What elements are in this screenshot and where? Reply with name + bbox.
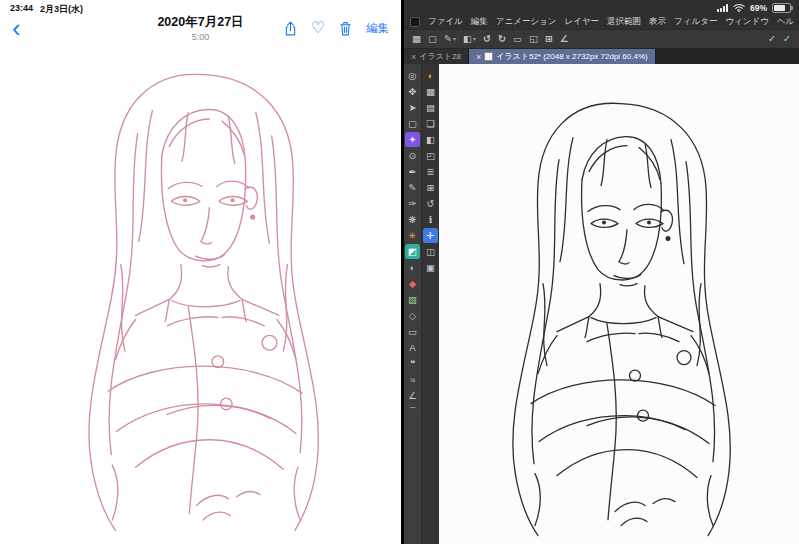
menu-item[interactable]: 編集 (471, 16, 488, 28)
csp-command-bar: ▦▢✎◧↺↻▭◱⊞∠✓✓ (404, 29, 799, 49)
csp-document-tabs: × イラスト28 × イラスト52* (2048 x 2732px 72dpi … (404, 49, 799, 64)
tool-palette: ◎✥➤▢✦⊙✒✎✑❋✳◩◐◆▨◇▭A❝≈∠⌒ (404, 64, 421, 544)
photo-time-subtitle: 5:00 (157, 32, 243, 42)
csp-app-icon[interactable] (410, 17, 420, 27)
canvas-sketch (439, 64, 799, 544)
photo-date-title: 2020年7月27日 (157, 14, 243, 31)
eyedropper-tool[interactable]: ⊙ (405, 148, 420, 163)
command-glyph: ▢ (428, 34, 437, 44)
command-glyph: ▭ (513, 34, 522, 44)
gradient-tool[interactable]: ▨ (405, 292, 420, 307)
command-glyph: ✓ (768, 34, 776, 44)
quick-access-panel[interactable]: ▣ (423, 260, 438, 275)
layer-panel[interactable]: ❏ (423, 116, 438, 131)
pen-tool[interactable]: ✒ (405, 164, 420, 179)
transform-icon[interactable]: ▢ (428, 34, 437, 44)
zoom-tool[interactable]: ◎ (405, 68, 420, 83)
undo-icon[interactable]: ↺ (483, 34, 491, 44)
command-glyph: ↺ (483, 34, 491, 44)
command-glyph: ⊞ (545, 34, 553, 44)
menu-item[interactable]: フィルター (674, 16, 717, 28)
command-glyph: ∠ (560, 34, 569, 44)
apply-icon[interactable]: ✓ (783, 34, 791, 44)
confirm-icon[interactable]: ✓ (768, 34, 776, 44)
status-bar-right: 69% (404, 0, 799, 14)
command-glyph: ▦ (412, 34, 421, 44)
menu-item[interactable]: レイヤー (565, 16, 600, 28)
tab-label: イラスト28 (419, 51, 461, 62)
auto-select-tool[interactable]: ✦ (405, 132, 420, 147)
share-icon[interactable] (283, 20, 298, 37)
document-tab[interactable]: × イラスト28 (404, 49, 469, 64)
redo-icon[interactable]: ↻ (498, 34, 506, 44)
pencil-tool[interactable]: ✎ (405, 180, 420, 195)
menu-item[interactable]: ウィンドウ (725, 16, 769, 28)
command-glyph: ◱ (529, 34, 538, 44)
canvas[interactable] (439, 64, 799, 544)
frame-border-tool[interactable]: ▭ (405, 324, 420, 339)
cellular-signal-icon (717, 4, 728, 12)
deselect-icon[interactable]: ▭ (513, 34, 522, 44)
line-correction-tool[interactable]: ≈ (405, 372, 420, 387)
command-glyph: ✓ (783, 34, 791, 44)
menu-item[interactable]: 表示 (649, 16, 666, 28)
eraser-tool[interactable]: ◩ (405, 244, 420, 259)
color-set-panel[interactable]: ▦ (423, 84, 438, 99)
information-panel[interactable]: ℹ (423, 212, 438, 227)
edit-button[interactable]: 編集 (366, 21, 389, 36)
photo-view[interactable] (0, 43, 401, 544)
tab-close-icon[interactable]: × (476, 52, 481, 62)
tool-property-panel[interactable]: ≣ (423, 164, 438, 179)
command-glyph: ↻ (498, 34, 506, 44)
tab-thumbnail (484, 52, 493, 61)
command-glyph: ◧ (463, 34, 472, 44)
wifi-icon (733, 3, 745, 13)
history-panel[interactable]: ↺ (423, 196, 438, 211)
favorite-icon[interactable]: ♡ (311, 20, 325, 36)
sub-view-panel[interactable]: ◫ (423, 244, 438, 259)
brush-tool[interactable]: ✑ (405, 196, 420, 211)
navigator-panel[interactable]: ◰ (423, 148, 438, 163)
photo-title-block: 2020年7月27日 5:00 (157, 14, 243, 42)
csp-workspace: ◎✥➤▢✦⊙✒✎✑❋✳◩◐◆▨◇▭A❝≈∠⌒ ◐▦▤❏◧◰≣⊞↺ℹ✛◫▣ (404, 64, 799, 544)
fill-tool[interactable]: ◆ (405, 276, 420, 291)
brush-settings-icon[interactable]: ✎ (444, 34, 456, 44)
add-panel[interactable]: ✛ (423, 228, 438, 243)
menu-item[interactable]: ヘルプ (777, 16, 793, 28)
menu-item[interactable]: アニメーション (496, 16, 557, 28)
clip-studio-paint-app: 69% ファイル編集アニメーションレイヤー選択範囲表示フィルターウィンドウヘルプ… (404, 0, 799, 544)
color-slider-panel[interactable]: ▤ (423, 100, 438, 115)
text-tool[interactable]: A (405, 340, 420, 355)
invert-selection-icon[interactable]: ◱ (529, 34, 538, 44)
color-wheel-panel[interactable]: ◐ (423, 68, 438, 83)
menu-item[interactable]: ファイル (428, 16, 463, 28)
menu-item[interactable]: 選択範囲 (607, 16, 641, 28)
material-panel[interactable]: ⊞ (423, 180, 438, 195)
operation-tool[interactable]: ➤ (405, 100, 420, 115)
document-tab[interactable]: × イラスト52* (2048 x 2732px 72dpi 60.4%) (469, 49, 656, 64)
selection-tool[interactable]: ▢ (405, 116, 420, 131)
special-ruler-icon[interactable]: ∠ (560, 34, 569, 44)
back-button[interactable]: ‹ (12, 17, 34, 39)
workspace-grid-icon[interactable]: ▦ (412, 34, 421, 44)
battery-icon (772, 3, 791, 14)
layer-property-panel[interactable]: ◧ (423, 132, 438, 147)
opacity-settings-icon[interactable]: ◧ (463, 34, 476, 44)
snap-icon[interactable]: ⊞ (545, 34, 553, 44)
ruler-tool[interactable]: ∠ (405, 388, 420, 403)
curve-tool[interactable]: ⌒ (405, 404, 420, 419)
decoration-tool[interactable]: ✳ (405, 228, 420, 243)
move-tool[interactable]: ✥ (405, 84, 420, 99)
photos-nav-bar: ‹ 2020年7月27日 5:00 ♡ 編集 (0, 13, 401, 43)
photos-app: 23:44 2月3日(水) ‹ 2020年7月27日 5:00 ♡ 編集 (0, 0, 401, 544)
photo-sketch (11, 43, 391, 539)
balloon-tool[interactable]: ❝ (405, 356, 420, 371)
blend-tool[interactable]: ◐ (405, 260, 420, 275)
csp-menu-bar: ファイル編集アニメーションレイヤー選択範囲表示フィルターウィンドウヘルプ (404, 14, 799, 29)
airbrush-tool[interactable]: ❋ (405, 212, 420, 227)
csp-menus: ファイル編集アニメーションレイヤー選択範囲表示フィルターウィンドウヘルプ (428, 16, 793, 28)
ipad-split-screen: 23:44 2月3日(水) ‹ 2020年7月27日 5:00 ♡ 編集 (0, 0, 799, 544)
tab-close-icon[interactable]: × (411, 52, 416, 62)
trash-icon[interactable] (338, 20, 353, 37)
figure-tool[interactable]: ◇ (405, 308, 420, 323)
